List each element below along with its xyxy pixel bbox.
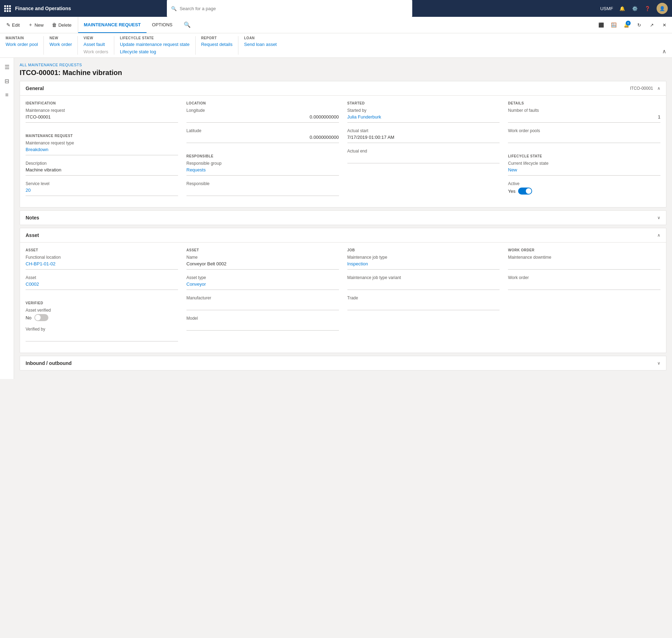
asset-section-header[interactable]: Asset ∧ [20,228,666,243]
action-collapse[interactable]: ∧ [662,36,666,55]
tab-options[interactable]: OPTIONS [147,17,178,33]
work-order-label: WORK ORDER [508,248,660,252]
verified-by-value[interactable] [26,333,178,341]
job-type-value[interactable]: Inspection [347,261,500,270]
longitude-value[interactable]: 0.0000000000 [186,114,339,123]
asset-label: Asset [26,275,178,280]
new-icon: ＋ [28,22,33,28]
asset-collapse-icon[interactable]: ∧ [657,233,660,238]
faults-value[interactable]: 1 [508,114,660,123]
action-request-details[interactable]: Request details [201,41,233,47]
name-value[interactable]: Conveyor Belt 0002 [186,261,339,270]
new-label: NEW [49,36,72,40]
active-toggle[interactable] [518,188,532,195]
action-work-order[interactable]: Work order [49,41,72,47]
general-collapse-icon[interactable]: ∧ [657,86,660,91]
breadcrumb-link[interactable]: ALL MAINTENANCE REQUESTS [20,63,82,67]
variant-value[interactable] [347,281,500,290]
asset-verified-toggle-label: No [26,315,32,320]
asset-type-label: Asset type [186,275,339,280]
work-order-pools-label: Work order pools [508,128,660,133]
downtime-label: Maintenance downtime [508,255,660,260]
description-label: Description [26,161,178,166]
notification-icon[interactable]: 🔔 [619,5,626,12]
tab-search[interactable]: 🔍 [178,17,196,33]
service-level-value[interactable]: 20 [26,188,178,196]
fullscreen-icon[interactable]: ⬛ [596,20,606,30]
mr-value[interactable]: ITCO-00001 [26,114,178,123]
action-asset-fault[interactable]: Asset fault [83,41,108,47]
work-order-pools-value[interactable] [508,135,660,143]
search-input[interactable] [179,6,408,11]
lifecycle-label: LIFECYCLE STATE [120,36,190,40]
view-icon[interactable]: 🪟 [609,20,619,30]
notes-section-header[interactable]: Notes ∨ [20,211,666,225]
collapse-icon[interactable]: ∧ [662,48,666,55]
responsible-label: RESPONSIBLE [186,154,339,158]
nav-right: USMF 🔔 ⚙️ ❓ 👤 [600,3,668,14]
actual-end-value[interactable] [347,155,500,163]
service-level-label: Service level [26,181,178,186]
asset-section: Asset ∧ ASSET Functional location CH-BP1… [20,228,666,353]
actual-start-value[interactable]: 7/17/2019 01:00:17 AM [347,135,500,143]
actual-end-field: Actual end [347,149,500,163]
trade-value[interactable] [347,302,500,310]
latitude-value[interactable]: 0.0000000000 [186,135,339,143]
job-type-label: Maintenance job type [347,255,500,260]
work-order-num-value[interactable] [508,281,660,290]
settings-icon[interactable]: ⚙️ [631,5,638,12]
variant-label: Maintenance job type variant [347,275,500,280]
responsible-group-value[interactable]: Requests [186,167,339,176]
current-lifecycle-value[interactable]: New [508,167,660,176]
inbound-collapse-icon[interactable]: ∨ [657,361,660,366]
action-lifecycle-log[interactable]: Lifecycle state log [120,49,190,55]
mr-type-value[interactable]: Breakdown [26,147,178,155]
asset-type-value[interactable]: Conveyor [186,281,339,290]
menu-icon[interactable]: ☰ [2,62,12,72]
functional-location-value[interactable]: CH-BP1-01-02 [26,261,178,270]
open-in-new-icon[interactable]: ↗ [647,20,657,30]
filter-icon[interactable]: ⊟ [2,76,12,86]
general-section-id: ITCO-00001 [630,86,653,91]
started-by-value[interactable]: Julia Funderburk [347,114,500,123]
asset-right-label: ASSET [186,248,339,252]
list-icon[interactable]: ≡ [2,90,12,100]
badge-icon[interactable]: 🔔 0 [622,20,631,30]
inbound-section-header[interactable]: Inbound / outbound ∨ [20,356,666,370]
tab-maintenance-request[interactable]: MAINTENANCE REQUEST [78,17,147,33]
breadcrumb[interactable]: ALL MAINTENANCE REQUESTS [20,58,666,69]
faults-label: Number of faults [508,108,660,113]
col-details: DETAILS Number of faults 1 Work order po… [508,101,660,202]
action-update-maintenance[interactable]: Update maintenance request state [120,41,190,47]
general-section-header[interactable]: General ITCO-00001 ∧ [20,81,666,96]
delete-button[interactable]: 🗑 Delete [48,20,75,30]
asset-verified-toggle[interactable] [34,314,48,321]
manufacturer-value[interactable] [186,302,339,310]
app-grid-icon[interactable] [4,5,11,12]
edit-button[interactable]: ✎ Edit [3,20,23,30]
responsible-person-value[interactable] [186,188,339,196]
longitude-field: Longitude 0.0000000000 [186,108,339,123]
search-icon: 🔍 [171,6,177,11]
description-value[interactable]: Machine vibration [26,167,178,176]
edit-icon: ✎ [6,22,11,28]
page-title: ITCO-00001: Machine vibration [20,69,666,81]
asset-value[interactable]: C0002 [26,281,178,290]
functional-location-label: Functional location [26,255,178,260]
new-button[interactable]: ＋ New [25,20,47,30]
action-send-loan[interactable]: Send loan asset [244,41,277,47]
notes-collapse-icon[interactable]: ∨ [657,215,660,220]
downtime-value[interactable] [508,261,660,270]
help-icon[interactable]: ❓ [644,5,651,12]
action-work-order-pool[interactable]: Work order pool [6,41,38,47]
refresh-icon[interactable]: ↻ [634,20,644,30]
started-by-field: Started by Julia Funderburk [347,108,500,123]
delete-icon: 🗑 [52,22,57,28]
verified-label: VERIFIED [26,301,178,305]
search-bar[interactable]: 🔍 [167,0,412,17]
close-icon[interactable]: ✕ [659,20,669,30]
col-asset-left: ASSET Functional location CH-BP1-01-02 A… [26,248,178,347]
model-value[interactable] [186,322,339,331]
asset-verified-field: Asset verified No [26,308,178,321]
user-avatar[interactable]: 👤 [657,3,668,14]
